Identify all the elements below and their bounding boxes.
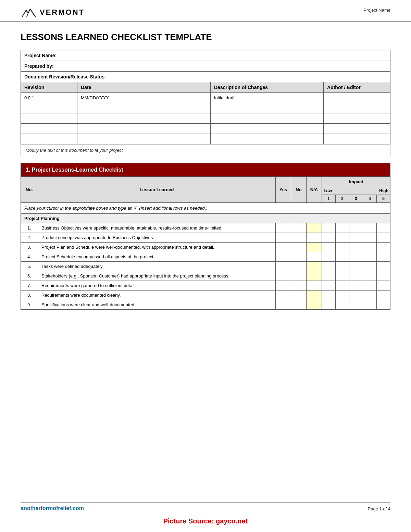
footer-line: anotherformofrelief.com Page 1 of 4 (21, 502, 390, 511)
impact-1: 1 (322, 195, 336, 203)
lessons-section-table: 1. Project Lessons-Learned Checklist No.… (21, 163, 390, 310)
project-info-revision-table: Project Name: Prepared by: Document Revi… (21, 50, 390, 144)
impact-2: 2 (336, 195, 349, 203)
project-planning-header: Project Planning (21, 214, 390, 223)
lessons-notice-text: Place your cursor in the appropriate box… (21, 203, 390, 214)
revision-row (21, 103, 390, 113)
main-content: LESSONS LEARNED CHECKLIST TEMPLATE Proje… (0, 32, 411, 310)
footer-page-number: Page 1 of 4 (368, 506, 391, 511)
logo-text: VERMONT (40, 8, 85, 17)
picture-source: Picture Source: gayco.net (0, 517, 411, 525)
th-low: Low (322, 187, 349, 195)
header-project-label: Project Name (363, 6, 390, 13)
page-footer: anotherformofrelief.com Page 1 of 4 (21, 502, 390, 511)
lesson-item-row: 2. Product concept was appropriate to Bu… (21, 233, 390, 243)
vermont-logo-icon (21, 6, 37, 18)
notice-text: Modify the text of this document to fit … (26, 148, 124, 153)
lesson-item-row: 7. Requirements were gathered to suffici… (21, 281, 390, 290)
subsection-title: Project Planning (21, 214, 390, 223)
impact-4: 4 (363, 195, 377, 203)
revision-row (21, 113, 390, 124)
th-no: No. (21, 177, 38, 203)
lesson-item-row: 4. Project Schedule encompassed all aspe… (21, 252, 390, 262)
footer-url[interactable]: anotherformofrelief.com (21, 505, 84, 511)
lesson-item-row: 6. Stakeholders (e.g., Sponsor, Customer… (21, 271, 390, 281)
th-impact: Impact (322, 177, 390, 187)
impact-3: 3 (349, 195, 363, 203)
lessons-title-row: 1. Project Lessons-Learned Checklist (21, 163, 390, 177)
lesson-item-row: 8. Requirements were documented clearly. (21, 290, 390, 300)
document-title: LESSONS LEARNED CHECKLIST TEMPLATE (21, 32, 390, 42)
revision-row (21, 124, 390, 134)
lesson-item-row: 3. Project Plan and Schedule were well-d… (21, 243, 390, 252)
lesson-item-row: 5. Tasks were defined adequately. (21, 262, 390, 271)
page-header: VERMONT Project Name (0, 0, 411, 22)
logo-area: VERMONT (21, 6, 85, 18)
th-lesson-learned: Lesson Learned (38, 177, 276, 203)
impact-5: 5 (377, 195, 390, 203)
lesson-item-row: 9. Specifications were clear and well-do… (21, 300, 390, 310)
revision-row (21, 134, 390, 144)
th-yes: Yes (276, 177, 291, 203)
lessons-col-header-row: No. Lesson Learned Yes No N/A Impact (21, 177, 390, 187)
th-na: N/A (307, 177, 322, 203)
notice-box: Modify the text of this document to fit … (21, 144, 390, 156)
lessons-notice-row: Place your cursor in the appropriate box… (21, 203, 390, 214)
lesson-item-row: 1. Business Objectives were specific, me… (21, 223, 390, 233)
revision-row: 0.0.1 MM/DD/YYYY Initial draft (21, 93, 390, 103)
th-high: High (349, 187, 390, 195)
lessons-section-title: 1. Project Lessons-Learned Checklist (21, 163, 390, 177)
th-no-col: No (291, 177, 307, 203)
